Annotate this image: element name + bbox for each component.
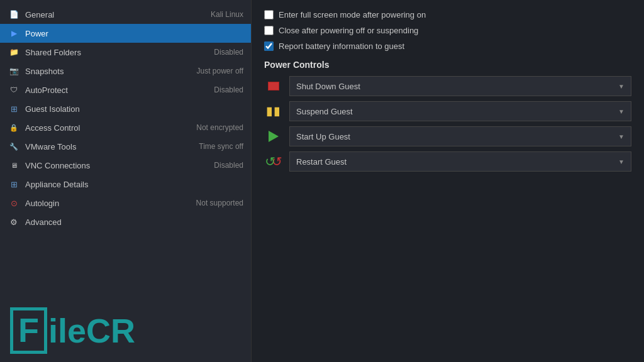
sidebar-item-value-autologin: Not supported (196, 199, 243, 207)
tools-icon (8, 141, 20, 151)
sidebar-item-access-control[interactable]: Access ControlNot encrypted (0, 118, 251, 137)
doc-icon (8, 9, 20, 19)
sidebar-item-value-general: Kali Linux (211, 10, 243, 19)
sidebar-item-label-general: General (25, 10, 206, 19)
sidebar-item-autologin[interactable]: AutologinNot supported (0, 194, 251, 212)
checkbox-close-after[interactable] (264, 26, 274, 35)
dropdown-arrow-startup: ▼ (618, 133, 625, 140)
power-icon (8, 28, 20, 38)
right-panel: Enter full screen mode after powering on… (252, 0, 644, 362)
power-dropdown-shutdown[interactable]: Shut Down Guest▼ (289, 76, 631, 96)
dropdown-arrow-shutdown: ▼ (618, 83, 625, 90)
sidebar-item-guest-isolation[interactable]: Guest Isolation (0, 99, 251, 118)
main-container: GeneralKali LinuxPowerShared FoldersDisa… (0, 0, 644, 362)
sidebar-item-value-shared-folders: Disabled (214, 48, 243, 57)
sidebar-item-value-access-control: Not encrypted (196, 123, 243, 132)
power-dropdown-label-shutdown: Shut Down Guest (296, 82, 360, 91)
sidebar-item-value-autoprotect: Disabled (214, 85, 243, 94)
vnc-icon (8, 160, 20, 170)
sidebar-item-general[interactable]: GeneralKali Linux (0, 5, 251, 24)
power-controls: Shut Down Guest▼▮▮Suspend Guest▼Start Up… (264, 76, 631, 172)
dropdown-arrow-suspend: ▼ (618, 108, 625, 115)
sidebar-item-vnc-connections[interactable]: VNC ConnectionsDisabled (0, 156, 251, 175)
power-control-row-restart: ↻↺Restart Guest▼ (264, 151, 631, 172)
sidebar-item-power[interactable]: Power (0, 24, 251, 43)
sidebar: GeneralKali LinuxPowerShared FoldersDisa… (0, 0, 252, 362)
power-dropdown-restart[interactable]: Restart Guest▼ (289, 151, 631, 172)
sidebar-item-value-vnc-connections: Disabled (214, 161, 243, 170)
sidebar-item-value-snapshots: Just power off (197, 67, 243, 75)
sidebar-item-advanced[interactable]: Advanced (0, 212, 251, 231)
power-dropdown-startup[interactable]: Start Up Guest▼ (289, 126, 631, 146)
folder-icon (8, 47, 20, 57)
pause-icon: ▮▮ (264, 102, 283, 121)
power-dropdown-label-suspend: Suspend Guest (296, 107, 353, 116)
sidebar-item-label-autologin: Autologin (25, 199, 191, 208)
checkbox-fullscreen[interactable] (264, 10, 274, 19)
sidebar-item-value-vmware-tools: Time sync off (199, 142, 243, 151)
shield-icon (8, 85, 20, 95)
sidebar-item-autoprotect[interactable]: AutoProtectDisabled (0, 80, 251, 99)
checkbox-label-battery: Report battery information to guest (279, 41, 404, 51)
sidebar-item-label-advanced: Advanced (25, 217, 243, 227)
checkbox-battery[interactable] (264, 41, 274, 51)
sidebar-item-label-guest-isolation: Guest Isolation (25, 104, 243, 114)
sidebar-item-label-vnc-connections: VNC Connections (25, 161, 209, 170)
power-controls-title: Power Controls (264, 60, 631, 70)
sidebar-item-label-shared-folders: Shared Folders (25, 48, 209, 57)
power-control-row-suspend: ▮▮Suspend Guest▼ (264, 101, 631, 121)
info-icon (8, 179, 20, 189)
sidebar-item-vmware-tools[interactable]: VMware ToolsTime sync off (0, 137, 251, 156)
sidebar-item-label-autoprotect: AutoProtect (25, 85, 209, 95)
auto-icon (8, 198, 20, 208)
sidebar-item-snapshots[interactable]: SnapshotsJust power off (0, 62, 251, 80)
restart-icon: ↻↺ (264, 152, 283, 171)
lock-icon (8, 123, 20, 133)
power-dropdown-suspend[interactable]: Suspend Guest▼ (289, 101, 631, 121)
power-dropdown-label-restart: Restart Guest (296, 157, 347, 167)
shutdown-icon (264, 77, 283, 96)
camera-icon (8, 66, 20, 76)
checkbox-row-fullscreen: Enter full screen mode after powering on (264, 10, 631, 19)
puzzle-icon (8, 104, 20, 114)
sidebar-item-shared-folders[interactable]: Shared FoldersDisabled (0, 43, 251, 62)
checkbox-label-fullscreen: Enter full screen mode after powering on (279, 10, 426, 19)
power-control-row-startup: Start Up Guest▼ (264, 126, 631, 146)
sidebar-item-label-appliance-details: Appliance Details (25, 180, 243, 189)
checkbox-row-close-after: Close after powering off or suspending (264, 26, 631, 35)
sidebar-item-label-snapshots: Snapshots (25, 67, 192, 76)
dropdown-arrow-restart: ▼ (618, 158, 625, 165)
sidebar-item-label-vmware-tools: VMware Tools (25, 142, 194, 151)
sidebar-item-appliance-details[interactable]: Appliance Details (0, 175, 251, 194)
play-icon (264, 127, 283, 146)
checkbox-label-close-after: Close after powering off or suspending (279, 26, 418, 35)
gear-icon (8, 217, 20, 227)
sidebar-item-label-access-control: Access Control (25, 123, 191, 133)
power-control-row-shutdown: Shut Down Guest▼ (264, 76, 631, 96)
sidebar-item-label-power: Power (25, 29, 243, 38)
power-dropdown-label-startup: Start Up Guest (296, 132, 350, 141)
checkbox-row-battery: Report battery information to guest (264, 41, 631, 51)
